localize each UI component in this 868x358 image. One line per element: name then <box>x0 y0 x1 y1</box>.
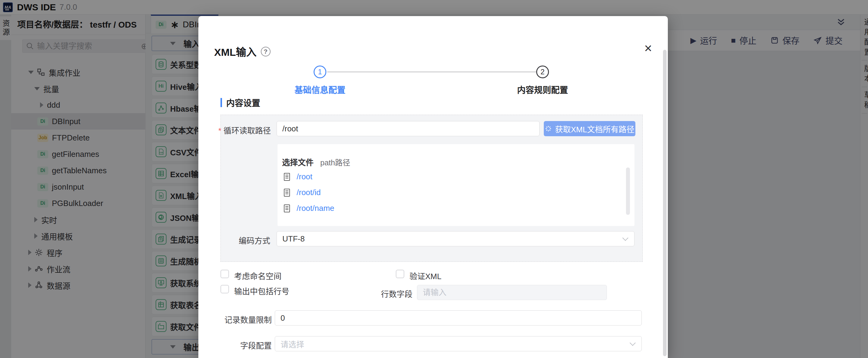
close-icon[interactable]: × <box>644 41 652 55</box>
chevron-down-icon <box>622 235 628 241</box>
path-link[interactable]: /root/id <box>297 188 321 197</box>
path-item-root-name[interactable]: /root/name <box>284 204 334 213</box>
section-title: 内容设置 <box>226 96 260 109</box>
validate-xml-checkbox[interactable] <box>396 270 404 278</box>
document-icon <box>284 189 290 197</box>
field-config-placeholder: 请选择 <box>281 338 304 350</box>
file-picker-subtitle: path路径 <box>320 156 350 168</box>
step-2-circle: 2 <box>536 65 549 78</box>
path-link[interactable]: /root <box>297 172 312 181</box>
get-xml-paths-button[interactable]: 获取XML文档所有路径 <box>544 121 636 136</box>
include-rownum-checkbox-label: 输出中包括行号 <box>234 285 289 296</box>
loop-path-label: 循环读取路径 <box>210 124 271 136</box>
record-limit-input[interactable] <box>275 310 642 326</box>
encoding-value: UTF-8 <box>282 234 305 244</box>
file-picker-title: 选择文件 <box>282 156 314 168</box>
modal-title: XML输入 <box>214 44 256 59</box>
loading-spinner-icon <box>545 125 552 132</box>
section-accent-bar <box>220 98 222 107</box>
file-picker-panel: 选择文件 path路径 /root /root/id /root/name <box>278 144 634 226</box>
xml-input-modal: XML输入 ? × 1 2 基础信息配置 内容规则配置 内容设置 循环读取路径 … <box>198 16 668 358</box>
step-1-label: 基础信息配置 <box>272 84 369 96</box>
encoding-select[interactable]: UTF-8 <box>277 231 634 246</box>
record-limit-label: 记录数量限制 <box>211 314 272 325</box>
step-1-circle: 1 <box>314 65 326 78</box>
path-item-root[interactable]: /root <box>284 172 312 181</box>
rownum-field-input[interactable] <box>417 285 607 300</box>
field-config-label: 字段配置 <box>211 339 272 351</box>
dws-ide-screen: MA DWS IDE 7.0.0 资源 项目名称/数据层： testfr / O… <box>0 0 868 358</box>
chevron-down-icon <box>630 340 636 346</box>
document-icon <box>284 205 290 212</box>
document-icon <box>284 173 290 181</box>
modal-scrollbar[interactable] <box>663 50 666 356</box>
loop-path-input[interactable] <box>277 121 539 136</box>
namespace-checkbox-label: 考虑命名空间 <box>234 270 281 281</box>
get-xml-paths-label: 获取XML文档所有路径 <box>555 123 634 135</box>
path-item-root-id[interactable]: /root/id <box>284 188 321 197</box>
content-settings-header: 内容设置 <box>220 96 260 109</box>
step-number: 1 <box>318 68 322 76</box>
encoding-label: 编码方式 <box>210 235 270 246</box>
field-config-select[interactable]: 请选择 <box>275 336 642 351</box>
rownum-field-label: 行数字段 <box>352 288 412 299</box>
step-2-label: 内容规则配置 <box>494 84 591 96</box>
namespace-checkbox[interactable] <box>220 270 229 278</box>
path-link[interactable]: /root/name <box>297 204 334 213</box>
include-rownum-checkbox[interactable] <box>220 285 229 293</box>
file-list-scrollbar[interactable] <box>626 168 630 215</box>
step-number: 2 <box>540 68 545 76</box>
help-icon[interactable]: ? <box>261 47 271 56</box>
validate-xml-checkbox-label: 验证XML <box>409 270 441 281</box>
step-connector <box>327 71 536 72</box>
